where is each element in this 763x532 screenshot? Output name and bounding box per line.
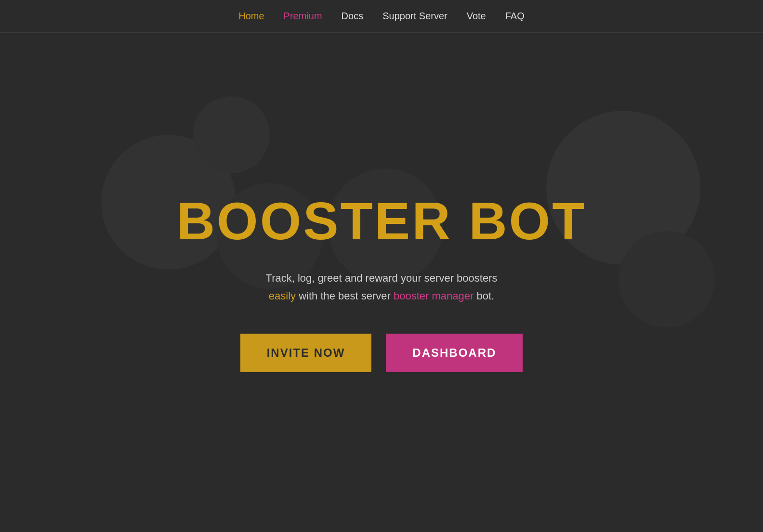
dashboard-button[interactable]: DASHBOARD — [386, 334, 523, 372]
hero-subtitle: Track, log, greet and reward your server… — [256, 269, 507, 305]
subtitle-highlight-easily: easily — [269, 290, 296, 302]
subtitle-highlight-booster-manager: booster manager — [394, 290, 474, 302]
cta-buttons: INVITE NOW DASHBOARD — [240, 334, 523, 372]
invite-now-button[interactable]: INVITE NOW — [240, 334, 372, 372]
nav-support-server[interactable]: Support Server — [382, 11, 447, 22]
nav-premium[interactable]: Premium — [284, 11, 322, 22]
nav-faq[interactable]: FAQ — [505, 11, 525, 22]
hero-section: BOOSTER BOT Track, log, greet and reward… — [0, 33, 763, 531]
nav-vote[interactable]: Vote — [467, 11, 486, 22]
nav-home[interactable]: Home — [238, 11, 264, 22]
main-nav: Home Premium Docs Support Server Vote FA… — [0, 0, 763, 33]
subtitle-text-3: bot. — [474, 290, 494, 302]
hero-title: BOOSTER BOT — [177, 192, 587, 250]
subtitle-text-2: with the best server — [296, 290, 394, 302]
nav-docs[interactable]: Docs — [342, 11, 364, 22]
subtitle-text-1: Track, log, greet and reward your server… — [266, 272, 498, 284]
